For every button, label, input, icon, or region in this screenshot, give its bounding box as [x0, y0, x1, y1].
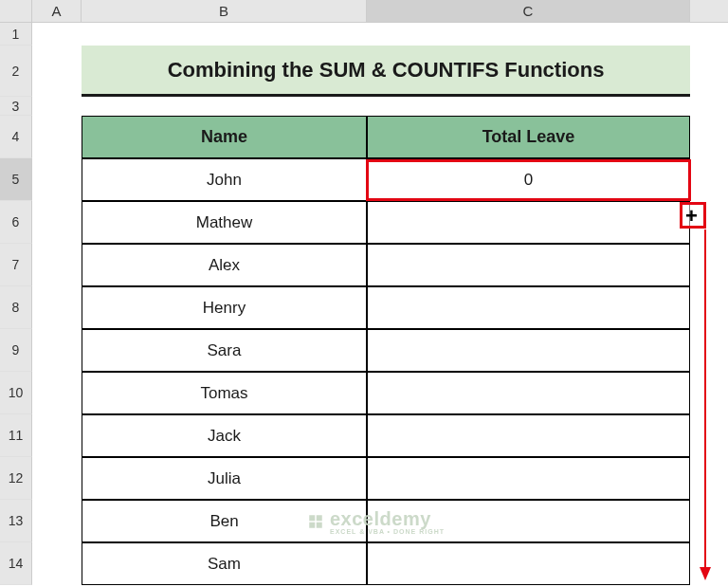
cell-total-0[interactable]: 0	[367, 158, 690, 201]
col-header-c[interactable]: C	[367, 0, 690, 22]
watermark-tagline: EXCEL & VBA • DONE RIGHT	[330, 528, 445, 535]
cell-total-5[interactable]	[367, 372, 690, 414]
row-header-12[interactable]: 12	[0, 457, 32, 500]
row-header-11[interactable]: 11	[0, 414, 32, 457]
drag-arrow-head-icon	[700, 567, 711, 580]
row-header-1[interactable]: 1	[0, 23, 32, 46]
cell-a11[interactable]	[32, 414, 82, 457]
cell-name-6[interactable]: Jack	[82, 414, 367, 457]
column-headers-row: A B C	[0, 0, 728, 23]
cell-a4[interactable]	[32, 116, 82, 158]
cell-total-4[interactable]	[367, 329, 690, 372]
row-header-5[interactable]: 5	[0, 158, 32, 201]
cell-a10[interactable]	[32, 372, 82, 414]
row-header-2[interactable]: 2	[0, 46, 32, 97]
row-header-13[interactable]: 13	[0, 500, 32, 542]
row-header-14[interactable]: 14	[0, 542, 32, 585]
cell-c1[interactable]	[367, 23, 690, 46]
row-header-3[interactable]: 3	[0, 97, 32, 116]
cell-name-2[interactable]: Alex	[82, 244, 367, 286]
watermark-logo-icon	[307, 513, 324, 530]
cell-name-4[interactable]: Sara	[82, 329, 367, 372]
cell-a1[interactable]	[32, 23, 82, 46]
cell-total-7[interactable]	[367, 457, 690, 500]
row-header-6[interactable]: 6	[0, 201, 32, 244]
cell-a5[interactable]	[32, 158, 82, 201]
row-header-10[interactable]: 10	[0, 372, 32, 414]
cell-b1[interactable]	[82, 23, 367, 46]
cell-a7[interactable]	[32, 244, 82, 286]
cell-a14[interactable]	[32, 542, 82, 585]
cell-name-1[interactable]: Mathew	[82, 201, 367, 244]
header-name[interactable]: Name	[82, 116, 367, 158]
cell-a9[interactable]	[32, 329, 82, 372]
cell-a3[interactable]	[32, 97, 82, 116]
cell-a12[interactable]	[32, 457, 82, 500]
cell-name-0[interactable]: John	[82, 158, 367, 201]
title-cell[interactable]: Combining the SUM & COUNTIFS Functions	[82, 46, 690, 97]
select-all-corner[interactable]	[0, 0, 32, 22]
cell-name-5[interactable]: Tomas	[82, 372, 367, 414]
cell-a6[interactable]	[32, 201, 82, 244]
row-header-4[interactable]: 4	[0, 116, 32, 158]
cell-name-7[interactable]: Julia	[82, 457, 367, 500]
cell-total-9[interactable]	[367, 542, 690, 585]
cell-total-3[interactable]	[367, 286, 690, 329]
header-total-leave[interactable]: Total Leave	[367, 116, 690, 158]
col-header-a[interactable]: A	[32, 0, 82, 22]
cell-c3[interactable]	[367, 97, 690, 116]
row-header-7[interactable]: 7	[0, 244, 32, 286]
cell-name-3[interactable]: Henry	[82, 286, 367, 329]
cell-total-1[interactable]	[367, 201, 690, 244]
row-header-9[interactable]: 9	[0, 329, 32, 372]
cell-total-2[interactable]	[367, 244, 690, 286]
cell-a13[interactable]	[32, 500, 82, 542]
cell-b3[interactable]	[82, 97, 367, 116]
col-header-b[interactable]: B	[82, 0, 367, 22]
drag-arrow-line	[704, 229, 706, 569]
spreadsheet-grid: A B C 1 2 Combining the SUM & COUNTIFS F…	[0, 0, 728, 587]
cell-a8[interactable]	[32, 286, 82, 329]
cell-a2[interactable]	[32, 46, 82, 97]
cell-name-9[interactable]: Sam	[82, 542, 367, 585]
fill-handle-cursor-icon[interactable]: +	[685, 206, 698, 227]
watermark: exceldemy EXCEL & VBA • DONE RIGHT	[307, 508, 445, 535]
row-header-8[interactable]: 8	[0, 286, 32, 329]
watermark-brand: exceldemy	[330, 508, 431, 529]
cell-total-6[interactable]	[367, 414, 690, 457]
